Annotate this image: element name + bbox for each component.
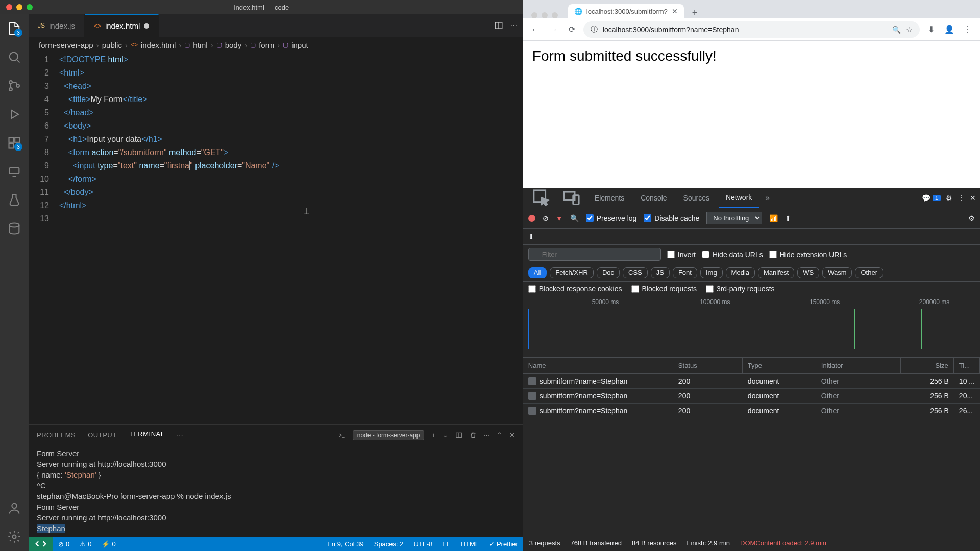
pill-wasm[interactable]: Wasm: [822, 267, 852, 278]
dock-icon[interactable]: ⋮: [958, 194, 965, 202]
search-icon[interactable]: 🔍: [570, 214, 579, 222]
network-conditions-icon[interactable]: 📶: [769, 214, 778, 222]
pill-manifest[interactable]: Manifest: [758, 267, 794, 278]
tab-console[interactable]: Console: [633, 188, 674, 208]
chevron-down-icon[interactable]: ⌄: [443, 431, 448, 439]
accounts-icon[interactable]: [7, 501, 21, 515]
code-content[interactable]: <!DOCTYPE html> <html> <head> <title>My …: [59, 53, 523, 424]
network-timeline[interactable]: 50000 ms 100000 ms 150000 ms 200000 ms: [523, 296, 980, 358]
more-icon[interactable]: ···: [510, 21, 517, 30]
split-editor-icon[interactable]: [494, 21, 503, 30]
browser-tab[interactable]: 🌐 localhost:3000/submitform? ✕: [568, 4, 684, 18]
pill-all[interactable]: All: [528, 267, 547, 278]
testing-icon[interactable]: [7, 193, 21, 207]
new-tab-icon[interactable]: +: [688, 8, 702, 18]
database-icon[interactable]: [7, 221, 21, 236]
pill-ws[interactable]: WS: [797, 267, 819, 278]
close-panel-icon[interactable]: ✕: [509, 431, 515, 439]
trash-icon[interactable]: [470, 432, 477, 439]
indent-status[interactable]: Spaces: 2: [369, 540, 409, 548]
chevron-up-icon[interactable]: ⌃: [497, 431, 502, 439]
close-devtools-icon[interactable]: ✕: [970, 194, 976, 202]
split-terminal-icon[interactable]: [455, 432, 462, 439]
inspect-icon[interactable]: [527, 188, 555, 208]
tab-elements[interactable]: Elements: [587, 188, 631, 208]
invert-checkbox[interactable]: Invert: [667, 251, 696, 259]
disable-cache-checkbox[interactable]: Disable cache: [644, 214, 699, 222]
filter-input[interactable]: [528, 248, 661, 261]
third-party-checkbox[interactable]: 3rd-party requests: [706, 285, 775, 293]
address-bar[interactable]: ⓘ localhost:3000/submitform?name=Stephan…: [583, 21, 920, 38]
tab-network[interactable]: Network: [719, 188, 759, 208]
clear-icon[interactable]: ⊘: [543, 214, 549, 222]
errors-count[interactable]: ⊘ 0: [53, 540, 75, 548]
ports-count[interactable]: ⚡ 0: [96, 540, 120, 548]
pill-js[interactable]: JS: [651, 267, 670, 278]
encoding-status[interactable]: UTF-8: [409, 540, 438, 548]
settings-icon[interactable]: [7, 530, 21, 544]
throttling-select[interactable]: No throttling: [706, 212, 762, 224]
blocked-requests-checkbox[interactable]: Blocked requests: [631, 285, 697, 293]
forward-icon[interactable]: →: [547, 25, 561, 34]
back-icon[interactable]: ←: [528, 25, 543, 34]
reload-icon[interactable]: ⟳: [565, 24, 579, 34]
code-editor[interactable]: 12345678910111213 <!DOCTYPE html> <html>…: [29, 53, 523, 424]
blocked-cookies-checkbox[interactable]: Blocked response cookies: [528, 285, 622, 293]
table-row[interactable]: submitform?name=Stephan 200 document Oth…: [523, 404, 980, 418]
hide-ext-urls-checkbox[interactable]: Hide extension URLs: [769, 251, 847, 259]
tab-terminal[interactable]: TERMINAL: [129, 430, 165, 440]
zoom-page-icon[interactable]: 🔍: [892, 26, 901, 34]
remote-icon[interactable]: [7, 164, 21, 179]
minimize-icon[interactable]: [16, 4, 22, 10]
terminal-output[interactable]: Form Server Server running at http://loc…: [29, 445, 523, 537]
tab-more[interactable]: ···: [177, 431, 183, 439]
table-row[interactable]: submitform?name=Stephan 200 document Oth…: [523, 374, 980, 389]
traffic-lights[interactable]: [529, 7, 564, 18]
more-icon[interactable]: ···: [484, 431, 489, 439]
device-toggle-icon[interactable]: [557, 188, 585, 208]
tab-sources[interactable]: Sources: [676, 188, 717, 208]
minimize-icon[interactable]: [542, 12, 548, 18]
pill-img[interactable]: Img: [700, 267, 723, 278]
tab-output[interactable]: OUTPUT: [88, 431, 116, 439]
tab-index-html[interactable]: <>index.html: [85, 14, 159, 37]
settings-icon[interactable]: ⚙: [968, 214, 975, 222]
pill-other[interactable]: Other: [855, 267, 883, 278]
run-debug-icon[interactable]: [7, 107, 21, 121]
hide-data-urls-checkbox[interactable]: Hide data URLs: [702, 251, 763, 259]
profile-icon[interactable]: 👤: [942, 24, 957, 34]
pill-css[interactable]: CSS: [623, 267, 648, 278]
add-terminal-icon[interactable]: +: [431, 431, 435, 439]
install-icon[interactable]: ⬇: [924, 24, 938, 34]
tab-problems[interactable]: PROBLEMS: [37, 431, 76, 439]
table-row[interactable]: submitform?name=Stephan 200 document Oth…: [523, 389, 980, 404]
more-tabs-icon[interactable]: »: [761, 188, 774, 208]
breadcrumb[interactable]: form-server-app› public› <>index.html› ▢…: [29, 37, 523, 53]
pill-fetch[interactable]: Fetch/XHR: [550, 267, 594, 278]
tab-index-js[interactable]: JSindex.js: [29, 14, 85, 37]
traffic-lights[interactable]: [0, 4, 33, 10]
issues-icon[interactable]: 💬1: [922, 194, 941, 202]
export-har-icon[interactable]: ⬇: [528, 233, 534, 241]
source-control-icon[interactable]: [7, 79, 21, 93]
import-har-icon[interactable]: ⬆: [785, 214, 791, 222]
maximize-icon[interactable]: [552, 12, 558, 18]
record-icon[interactable]: [528, 215, 535, 222]
eol-status[interactable]: LF: [437, 540, 455, 548]
pill-font[interactable]: Font: [673, 267, 697, 278]
explorer-icon[interactable]: 3: [7, 21, 21, 36]
search-icon[interactable]: [7, 50, 21, 64]
warnings-count[interactable]: ⚠ 0: [75, 540, 96, 548]
close-tab-icon[interactable]: ✕: [672, 7, 678, 15]
close-icon[interactable]: [531, 12, 537, 18]
maximize-icon[interactable]: [27, 4, 33, 10]
close-icon[interactable]: [6, 4, 12, 10]
pill-media[interactable]: Media: [726, 267, 755, 278]
language-status[interactable]: HTML: [456, 540, 484, 548]
settings-icon[interactable]: ⚙: [946, 194, 952, 202]
filter-toggle-icon[interactable]: ▼: [556, 214, 563, 222]
extensions-icon[interactable]: 3: [7, 136, 21, 150]
site-info-icon[interactable]: ⓘ: [591, 25, 598, 34]
menu-icon[interactable]: ⋮: [961, 24, 975, 34]
terminal-selector[interactable]: node - form-server-app: [353, 430, 425, 440]
